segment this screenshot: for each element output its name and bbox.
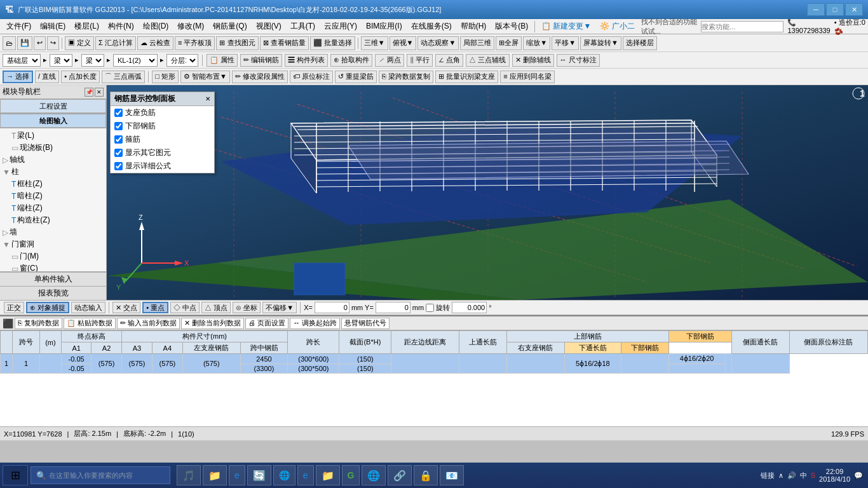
canvas-area[interactable]: 1 Z X Y 钢筋显示控制面板 ✕ xyxy=(107,85,868,300)
cell-section-top[interactable]: (300*600) xyxy=(288,354,339,364)
tb-fullscreen[interactable]: ⊞全屏 xyxy=(496,36,522,50)
rebar-check-seat-input[interactable] xyxy=(114,109,123,117)
taskbar-refresh[interactable]: 🔄 xyxy=(247,465,271,485)
tree-item-axis[interactable]: ▷ 轴线 xyxy=(1,154,105,166)
tb-rebar-view[interactable]: ⊠ 查看钢筋量 xyxy=(260,36,309,50)
midpoint-btn[interactable]: • 重点 xyxy=(142,302,168,313)
tb-3d[interactable]: 三维▼ xyxy=(361,36,388,50)
tb-local-3d[interactable]: 局部三维 xyxy=(460,36,494,50)
menu-new-change[interactable]: 📋 新建变更▼ xyxy=(538,20,595,33)
tb-cloud-check[interactable]: ☁ 云检查 xyxy=(137,36,173,50)
menu-help[interactable]: 帮助(H) xyxy=(457,20,491,33)
tb-dynamic-view[interactable]: 动态观察▼ xyxy=(417,36,459,50)
tb2-two-point[interactable]: ⟋ 两点 xyxy=(375,54,404,67)
taskbar-search[interactable]: 🔍 在这里输入你要搜索的内容 xyxy=(31,466,170,484)
tb-top-view[interactable]: 俯视▼ xyxy=(390,36,417,50)
menu-bim[interactable]: BIM应用(I) xyxy=(362,20,406,33)
tb3-line[interactable]: / 直线 xyxy=(35,71,59,83)
menu-online[interactable]: 在线服务(S) xyxy=(407,20,456,33)
cell-a2[interactable]: (575) xyxy=(122,354,153,374)
menu-rebar[interactable]: 钢筋量(Q) xyxy=(209,20,250,33)
rebar-panel-close[interactable]: ✕ xyxy=(205,95,210,102)
tb-screen-rotate[interactable]: 屏幕旋转▼ xyxy=(580,36,621,50)
tb-open[interactable]: 🗁 xyxy=(3,36,16,50)
cell-a3[interactable]: (575) xyxy=(152,354,182,374)
systray-s[interactable]: S xyxy=(811,471,815,479)
taskbar-chrome[interactable]: 🌐 xyxy=(273,465,295,485)
cell-right-seat[interactable]: 5ϕ16/2ϕ18 xyxy=(564,354,621,374)
systray-vol[interactable]: 🔊 xyxy=(787,471,796,480)
single-element-btn[interactable]: 单构件输入 xyxy=(0,272,106,286)
menu-cloud[interactable]: 云应用(Y) xyxy=(320,20,361,33)
tb3-select[interactable]: → 选择 xyxy=(3,71,33,83)
tb3-origin-label[interactable]: 🏷 原位标注 xyxy=(290,71,333,83)
tree-item-struct-col[interactable]: T 构造柱(Z) xyxy=(1,214,105,226)
cell-a4[interactable]: (575) xyxy=(182,354,240,374)
taskbar-folder[interactable]: 📁 xyxy=(316,465,340,485)
tree-expand-axis[interactable]: ▷ xyxy=(3,156,8,165)
menu-view[interactable]: 视图(V) xyxy=(252,20,285,33)
tree-item-wall[interactable]: ▷ 墙 xyxy=(1,226,105,238)
menu-draw[interactable]: 绘图(D) xyxy=(139,20,173,33)
report-preview-btn[interactable]: 报表预览 xyxy=(0,286,106,300)
taskbar-lock[interactable]: 🔒 xyxy=(414,465,438,485)
tb3-modify-seg[interactable]: ✏ 修改梁段属性 xyxy=(232,71,288,83)
tb3-rect[interactable]: □ 矩形 xyxy=(152,71,179,83)
menu-tools[interactable]: 工具(T) xyxy=(287,20,319,33)
center-btn[interactable]: ◇ 中点 xyxy=(170,302,200,313)
cell-mid-span[interactable] xyxy=(507,354,565,374)
titlebar-controls[interactable]: ─ □ ✕ xyxy=(807,3,863,16)
tb-save[interactable]: 💾 xyxy=(17,36,32,50)
dg-cantilever-code[interactable]: 悬臂钢筋代号 xyxy=(341,318,390,329)
dg-swap-start[interactable]: ↔ 调换起始跨 xyxy=(290,318,340,329)
tb2-dim[interactable]: ↔ 尺寸标注 xyxy=(557,54,600,67)
coord-btn[interactable]: ⊙ 坐标 xyxy=(233,302,261,313)
element-id-select[interactable]: KL-1(2) xyxy=(113,54,158,67)
tb2-point-angle[interactable]: ∠ 点角 xyxy=(435,54,463,67)
tb-zoom[interactable]: 缩放▼ xyxy=(523,36,550,50)
tb3-apply-same[interactable]: ≡ 应用到同名梁 xyxy=(500,71,554,83)
dg-paste-span[interactable]: 📋 粘贴跨数据 xyxy=(64,318,116,329)
cell-edge-bot[interactable]: (150) xyxy=(339,364,391,374)
notification-btn[interactable]: 💬 xyxy=(854,471,863,480)
cell-side-pass[interactable] xyxy=(725,354,731,374)
element-type-select[interactable]: 梁 xyxy=(50,54,72,67)
tb-pan[interactable]: 平移▼ xyxy=(552,36,579,50)
rebar-check-bottom-input[interactable] xyxy=(114,122,123,130)
tb2-del-aux[interactable]: ✕ 删除辅线 xyxy=(512,54,554,67)
datagrid-scroll[interactable]: 跨号 (m) 终点标高 构件尺寸(mm) 跨长 截面(B*H) 距左边线距离 上… xyxy=(0,330,868,426)
tree-expand-column[interactable]: ▼ xyxy=(3,168,10,177)
tree-item-slab[interactable]: ▭ 现浇板(B) xyxy=(1,142,105,154)
dg-del-col[interactable]: ✕ 删除当前列数据 xyxy=(181,318,244,329)
start-button[interactable]: ⊞ xyxy=(3,465,28,485)
datagrid-resize-handle[interactable]: ⬛ xyxy=(3,318,13,329)
rebar-check-detail-input[interactable] xyxy=(114,162,123,170)
taskbar-music[interactable]: 🎵 xyxy=(177,465,201,485)
tb-batch-select[interactable]: ⬛ 批量选择 xyxy=(310,36,355,50)
cell-bot-pass[interactable] xyxy=(621,354,668,374)
menu-modify[interactable]: 修改(M) xyxy=(173,20,208,33)
menu-guang[interactable]: 🔆 广小二 xyxy=(596,20,638,33)
tb2-pick[interactable]: ⊕ 拾取构件 xyxy=(330,54,372,67)
menu-floor[interactable]: 楼层(L) xyxy=(71,20,103,33)
tb3-copy-span[interactable]: ⎘ 梁跨数据复制 xyxy=(379,71,433,83)
dg-input-col[interactable]: ✏ 输入当前列数据 xyxy=(117,318,180,329)
menu-element[interactable]: 构件(N) xyxy=(104,20,138,33)
tb2-property[interactable]: 📋 属性 xyxy=(207,54,238,67)
cell-side-label[interactable] xyxy=(731,354,789,374)
cell-section-bot[interactable]: (300*500) xyxy=(288,364,339,374)
cell-top-pass[interactable] xyxy=(391,354,459,374)
tb-calc[interactable]: Σ 汇总计算 xyxy=(95,36,136,50)
tb-level-top[interactable]: ≡ 平齐板顶 xyxy=(175,36,215,50)
menu-version[interactable]: 版本号(B) xyxy=(491,20,532,33)
systray-expand[interactable]: ∧ xyxy=(778,471,783,480)
tree-item-end-col[interactable]: T 端柱(Z) xyxy=(1,202,105,214)
tree-item-hidden-col[interactable]: T 暗柱(Z) xyxy=(1,190,105,202)
tb3-smart-place[interactable]: ⚙ 智能布置▼ xyxy=(180,71,230,83)
tb2-edit-rebar[interactable]: ✏ 编辑钢筋 xyxy=(240,54,282,67)
tree-item-frame-col[interactable]: T 框柱(Z) xyxy=(1,178,105,190)
sidebar-draw-btn[interactable]: 绘图输入 xyxy=(0,114,106,128)
maximize-button[interactable]: □ xyxy=(826,3,844,16)
tb2-parallel[interactable]: ∥ 平行 xyxy=(407,54,433,67)
tb3-point-len[interactable]: • 点加长度 xyxy=(61,71,100,83)
